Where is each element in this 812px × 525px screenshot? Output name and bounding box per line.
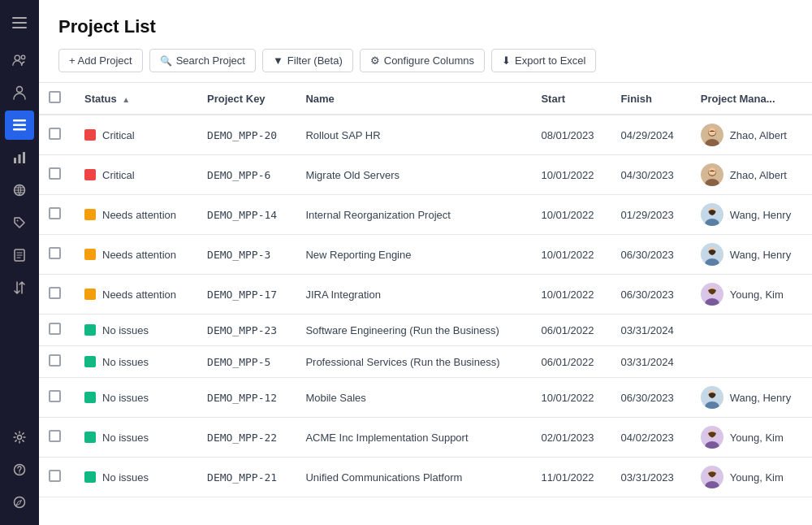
status-label: Critical <box>102 129 135 141</box>
filter-button[interactable]: ▼ Filter (Beta) <box>262 49 353 72</box>
manager-cell <box>691 315 812 346</box>
manager-name: Wang, Henry <box>730 249 791 261</box>
status-dot-no-issues <box>84 392 96 403</box>
project-name-cell[interactable]: Professional Services (Run the Business) <box>296 346 531 378</box>
status-cell: Critical <box>75 115 197 155</box>
list-icon[interactable] <box>5 111 34 140</box>
table-row: No issuesDEMO_MPP-12Mobile Sales10/01/20… <box>39 378 812 418</box>
tag-icon[interactable] <box>5 208 34 237</box>
select-all-checkbox[interactable] <box>49 91 61 103</box>
project-name-cell[interactable]: New Reporting Engine <box>296 235 531 275</box>
add-project-button[interactable]: + Add Project <box>58 49 143 72</box>
svg-rect-6 <box>13 119 26 122</box>
table-row: No issuesDEMO_MPP-5Professional Services… <box>39 346 812 378</box>
finish-date-cell: 03/31/2024 <box>611 315 691 346</box>
row-checkbox[interactable] <box>49 430 61 442</box>
status-dot-critical <box>84 129 96 141</box>
users-icon[interactable] <box>5 46 34 75</box>
status-dot-no-issues <box>84 324 96 336</box>
manager-name: Zhao, Albert <box>730 169 787 181</box>
row-checkbox[interactable] <box>49 167 61 180</box>
sort-arrows-icon[interactable] <box>5 273 34 302</box>
row-checkbox[interactable] <box>49 207 61 219</box>
export-excel-button[interactable]: ⬇ Export to Excel <box>491 49 596 72</box>
project-name-cell[interactable]: Migrate Old Servers <box>296 155 531 195</box>
table-row: Needs attentionDEMO_MPP-3New Reporting E… <box>39 235 812 275</box>
manager-cell: Wang, Henry <box>691 195 812 235</box>
status-cell: No issues <box>75 458 197 497</box>
avatar <box>701 466 723 488</box>
sidebar <box>0 0 39 525</box>
configure-columns-button[interactable]: ⚙ Configure Columns <box>360 49 485 72</box>
row-checkbox[interactable] <box>49 390 61 402</box>
finish-date-cell: 06/30/2023 <box>611 275 691 315</box>
globe-icon[interactable] <box>5 176 34 205</box>
help-icon[interactable] <box>5 455 34 484</box>
checkbox-header[interactable] <box>39 83 75 115</box>
status-cell: Needs attention <box>75 235 197 275</box>
manager-cell: Zhao, Albert <box>691 155 812 195</box>
project-table-container: Status ▲ Project Key Name Start Finish P… <box>39 83 812 525</box>
project-name-cell[interactable]: Unified Communications Platform <box>296 458 531 497</box>
compass-icon[interactable] <box>5 488 34 517</box>
start-date-cell: 10/01/2022 <box>531 275 611 315</box>
document-icon[interactable] <box>5 241 34 270</box>
finish-date-cell: 04/29/2024 <box>611 115 691 155</box>
row-checkbox-cell <box>39 275 75 315</box>
table-row: CriticalDEMO_MPP-6Migrate Old Servers10/… <box>39 155 812 195</box>
row-checkbox-cell <box>39 418 75 458</box>
manager-cell: Young, Kim <box>691 275 812 315</box>
finish-date-cell: 03/31/2023 <box>611 458 691 497</box>
row-checkbox-cell <box>39 458 75 497</box>
row-checkbox-cell <box>39 155 75 195</box>
page-title: Project List <box>58 16 793 37</box>
project-name-cell[interactable]: Mobile Sales <box>296 378 531 418</box>
manager-column-header: Project Mana... <box>691 83 812 115</box>
main-content: Project List + Add Project 🔍 Search Proj… <box>39 0 812 525</box>
status-dot-needs-attention <box>84 289 96 300</box>
start-date-cell: 06/01/2022 <box>531 346 611 378</box>
finish-date-cell: 04/30/2023 <box>611 155 691 195</box>
settings-icon[interactable] <box>5 423 34 452</box>
status-cell: Critical <box>75 155 197 195</box>
project-table: Status ▲ Project Key Name Start Finish P… <box>39 83 812 497</box>
status-dot-no-issues <box>84 432 96 443</box>
page-header: Project List + Add Project 🔍 Search Proj… <box>39 0 812 83</box>
row-checkbox[interactable] <box>49 354 61 367</box>
project-name-cell[interactable]: Software Engineering (Run the Business) <box>296 315 531 346</box>
status-label: No issues <box>102 432 149 444</box>
chart-bar-icon[interactable] <box>5 143 34 172</box>
status-dot-needs-attention <box>84 209 96 220</box>
row-checkbox[interactable] <box>49 323 61 335</box>
status-column-header[interactable]: Status ▲ <box>75 83 197 115</box>
row-checkbox[interactable] <box>49 470 61 482</box>
manager-cell: Wang, Henry <box>691 235 812 275</box>
manager-name: Young, Kim <box>730 289 784 301</box>
manager-cell: Young, Kim <box>691 418 812 458</box>
download-icon: ⬇ <box>502 54 511 67</box>
project-name-cell[interactable]: ACME Inc Implementation Support <box>296 418 531 458</box>
search-project-button[interactable]: 🔍 Search Project <box>149 49 256 72</box>
status-cell: No issues <box>75 315 197 346</box>
row-checkbox[interactable] <box>49 128 61 140</box>
table-body: CriticalDEMO_MPP-20Rollout SAP HR08/01/2… <box>39 115 812 497</box>
status-dot-no-issues <box>84 356 96 367</box>
sort-up-icon: ▲ <box>122 95 130 104</box>
menu-icon[interactable] <box>5 8 34 37</box>
start-date-cell: 02/01/2023 <box>531 418 611 458</box>
project-key-cell: DEMO_MPP-17 <box>197 275 296 315</box>
person-icon[interactable] <box>5 78 34 107</box>
status-label: No issues <box>102 392 149 404</box>
start-date-cell: 10/01/2022 <box>531 378 611 418</box>
status-cell: Needs attention <box>75 275 197 315</box>
manager-cell <box>691 346 812 378</box>
row-checkbox[interactable] <box>49 247 61 259</box>
project-name-cell[interactable]: Rollout SAP HR <box>296 115 531 155</box>
project-name-cell[interactable]: JIRA Integration <box>296 275 531 315</box>
status-cell: No issues <box>75 418 197 458</box>
project-key-cell: DEMO_MPP-14 <box>197 195 296 235</box>
table-row: CriticalDEMO_MPP-20Rollout SAP HR08/01/2… <box>39 115 812 155</box>
status-label: Needs attention <box>102 289 176 301</box>
row-checkbox[interactable] <box>49 287 61 299</box>
project-name-cell[interactable]: Internal Reorganization Project <box>296 195 531 235</box>
